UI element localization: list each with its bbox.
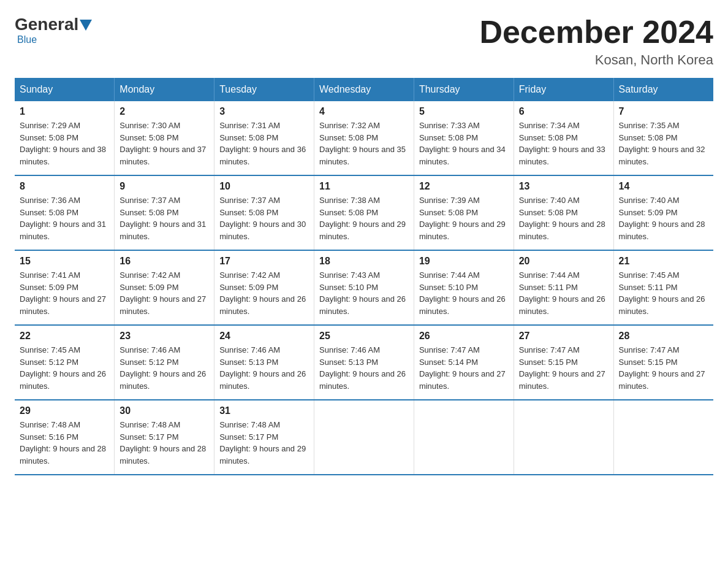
sunrise-time: 7:42 AM <box>151 270 181 280</box>
day-cell: 9 Sunrise: 7:37 AM Sunset: 5:08 PM Dayli… <box>115 175 214 250</box>
logo-general-text: General <box>15 15 78 34</box>
sunrise-label: Sunrise: <box>319 196 351 205</box>
daylight-label: Daylight: <box>519 220 552 229</box>
daylight-label: Daylight: <box>519 369 552 378</box>
daylight-label: Daylight: <box>419 145 452 154</box>
day-number: 25 <box>319 331 409 342</box>
day-number: 20 <box>519 256 609 267</box>
daylight-label: Daylight: <box>519 145 552 154</box>
sunset-time: 5:08 PM <box>249 133 278 142</box>
day-number: 28 <box>619 331 708 342</box>
daylight-label: Daylight: <box>219 145 252 154</box>
sunrise-time: 7:41 AM <box>51 270 80 280</box>
sunset-label: Sunset: <box>219 283 249 292</box>
day-number: 22 <box>20 331 109 342</box>
sunset-label: Sunset: <box>419 133 449 142</box>
day-number: 30 <box>119 405 209 416</box>
day-number: 1 <box>20 106 109 117</box>
sunset-label: Sunset: <box>20 283 49 292</box>
sunrise-label: Sunrise: <box>419 270 450 280</box>
sunrise-time: 7:48 AM <box>251 420 281 429</box>
sunrise-label: Sunrise: <box>219 196 251 205</box>
logo-blue-text: Blue <box>17 34 37 45</box>
day-number: 11 <box>319 181 409 192</box>
sunset-label: Sunset: <box>119 283 149 292</box>
day-number: 12 <box>419 181 509 192</box>
daylight-label: Daylight: <box>419 369 452 378</box>
sunrise-label: Sunrise: <box>319 270 351 280</box>
title-section: December 2024 Kosan, North Korea <box>479 15 713 68</box>
daylight-label: Daylight: <box>319 145 352 154</box>
daylight-label: Daylight: <box>119 220 153 229</box>
sunset-time: 5:13 PM <box>249 358 278 367</box>
day-cell: 2 Sunrise: 7:30 AM Sunset: 5:08 PM Dayli… <box>115 101 214 175</box>
sunrise-time: 7:37 AM <box>151 196 181 205</box>
day-number: 13 <box>519 181 609 192</box>
day-number: 26 <box>419 331 509 342</box>
day-number: 16 <box>119 256 209 267</box>
sunrise-label: Sunrise: <box>519 270 550 280</box>
day-info: Sunrise: 7:42 AM Sunset: 5:09 PM Dayligh… <box>219 269 309 317</box>
sunset-label: Sunset: <box>319 208 349 217</box>
sunset-time: 5:17 PM <box>249 432 278 442</box>
sunrise-label: Sunrise: <box>119 121 151 130</box>
sunset-label: Sunset: <box>419 358 449 367</box>
day-number: 27 <box>519 331 609 342</box>
sunset-time: 5:10 PM <box>349 283 378 292</box>
week-row: 22 Sunrise: 7:45 AM Sunset: 5:12 PM Dayl… <box>15 325 713 400</box>
day-header-tuesday: Tuesday <box>214 78 314 101</box>
sunset-label: Sunset: <box>219 432 249 442</box>
sunset-time: 5:15 PM <box>648 358 677 367</box>
day-cell: 22 Sunrise: 7:45 AM Sunset: 5:12 PM Dayl… <box>15 325 115 400</box>
sunrise-label: Sunrise: <box>519 345 550 354</box>
daylight-label: Daylight: <box>419 294 452 304</box>
sunrise-time: 7:44 AM <box>550 270 580 280</box>
sunset-time: 5:09 PM <box>249 283 278 292</box>
sunrise-label: Sunrise: <box>419 345 450 354</box>
sunrise-time: 7:39 AM <box>450 196 480 205</box>
sunset-label: Sunset: <box>219 133 249 142</box>
sunset-time: 5:08 PM <box>49 208 78 217</box>
sunrise-time: 7:38 AM <box>351 196 380 205</box>
day-cell: 15 Sunrise: 7:41 AM Sunset: 5:09 PM Dayl… <box>15 250 115 325</box>
sunrise-label: Sunrise: <box>619 121 650 130</box>
calendar-header: SundayMondayTuesdayWednesdayThursdayFrid… <box>15 78 713 101</box>
sunrise-time: 7:48 AM <box>51 420 80 429</box>
sunset-time: 5:08 PM <box>548 208 577 217</box>
sunset-label: Sunset: <box>219 358 249 367</box>
day-cell: 16 Sunrise: 7:42 AM Sunset: 5:09 PM Dayl… <box>115 250 214 325</box>
day-number: 17 <box>219 256 309 267</box>
day-cell: 20 Sunrise: 7:44 AM Sunset: 5:11 PM Dayl… <box>514 250 613 325</box>
sunrise-time: 7:40 AM <box>650 196 680 205</box>
sunrise-label: Sunrise: <box>20 345 51 354</box>
sunrise-label: Sunrise: <box>20 196 51 205</box>
day-number: 14 <box>619 181 708 192</box>
sunrise-label: Sunrise: <box>119 420 151 429</box>
day-cell: 30 Sunrise: 7:48 AM Sunset: 5:17 PM Dayl… <box>115 400 214 475</box>
day-info: Sunrise: 7:40 AM Sunset: 5:08 PM Dayligh… <box>519 194 609 242</box>
day-cell <box>414 400 514 475</box>
day-cell <box>314 400 414 475</box>
sunrise-label: Sunrise: <box>119 270 151 280</box>
sunrise-time: 7:44 AM <box>450 270 480 280</box>
page-header: General Blue December 2024 Kosan, North … <box>15 15 713 68</box>
week-row: 15 Sunrise: 7:41 AM Sunset: 5:09 PM Dayl… <box>15 250 713 325</box>
sunset-time: 5:12 PM <box>49 358 78 367</box>
daylight-label: Daylight: <box>619 369 652 378</box>
sunset-time: 5:17 PM <box>149 432 178 442</box>
day-cell <box>514 400 613 475</box>
sunset-label: Sunset: <box>119 432 149 442</box>
day-info: Sunrise: 7:37 AM Sunset: 5:08 PM Dayligh… <box>119 194 209 242</box>
sunset-label: Sunset: <box>619 133 648 142</box>
day-number: 15 <box>20 256 109 267</box>
sunset-time: 5:08 PM <box>548 133 577 142</box>
calendar-table: SundayMondayTuesdayWednesdayThursdayFrid… <box>15 78 713 475</box>
sunset-label: Sunset: <box>419 208 449 217</box>
sunrise-label: Sunrise: <box>20 270 51 280</box>
day-number: 19 <box>419 256 509 267</box>
sunset-label: Sunset: <box>20 358 49 367</box>
daylight-label: Daylight: <box>119 294 153 304</box>
sunset-label: Sunset: <box>319 358 349 367</box>
sunrise-label: Sunrise: <box>519 196 550 205</box>
sunrise-time: 7:33 AM <box>450 121 480 130</box>
